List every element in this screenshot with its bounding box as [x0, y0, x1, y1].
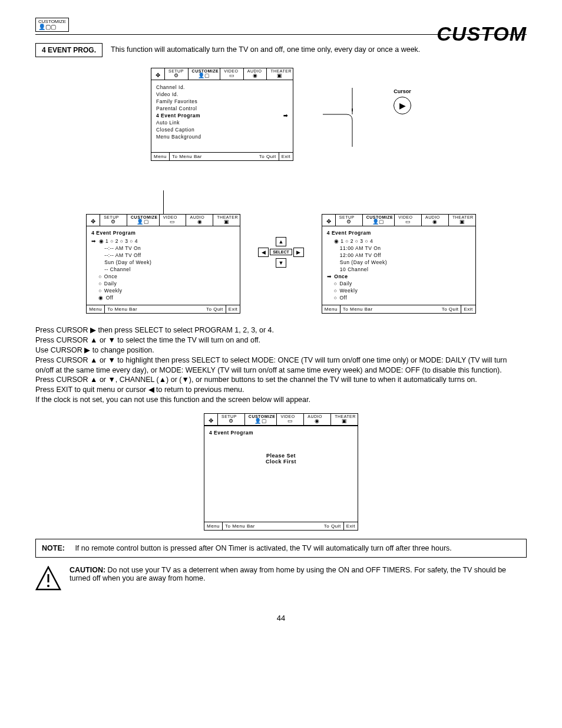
osd-body: 4 Event Program ◉ 1 ○ 2 ○ 3 ○ 4 11:00 AM…: [322, 226, 475, 305]
menu-item-selected: 4 Event Program ➡: [156, 112, 288, 119]
footer-menu: Menu: [87, 305, 105, 313]
osd-tab-theater: THEATER▣: [449, 215, 475, 226]
osd-tab-theater: THEATER▣: [267, 68, 293, 80]
instruction-line: Press EXIT to quit menu or cursor ◀ to r…: [35, 385, 527, 395]
footer-to-menu-bar: To Menu Bar: [105, 305, 140, 313]
osd-event-program-initial: ✥ SETUP⚙ CUSTOMIZE👤▢ VIDEO▭ AUDIO◉ THEAT…: [86, 214, 240, 314]
osd-subtitle: 4 Event Program: [209, 430, 353, 437]
clock-message-line: Please Set: [209, 453, 353, 459]
osd-tab-video: VIDEO▭: [395, 215, 422, 226]
menu-item: Menu Background: [156, 133, 288, 140]
menu-item: Family Favorites: [156, 98, 288, 105]
caution-block: CAUTION: Do not use your TV as a deterre…: [35, 566, 527, 596]
osd-tab-video: VIDEO▭: [220, 68, 244, 80]
footer-to-quit: To Quit: [204, 305, 226, 313]
instruction-line: If the clock is not set, you can not use…: [35, 395, 527, 405]
osd-tab-video: VIDEO▭: [160, 215, 187, 226]
osd-body: 4 Event Program ◉ 1 ○ 2 ○ 3 ○ 4 --:-- AM…: [87, 226, 240, 305]
connector-line: [323, 76, 364, 153]
dpad-left-icon: ◀: [258, 248, 269, 257]
tv-off-time: 12:00 AM TV Off: [327, 252, 471, 259]
program-selector-row: ◉ 1 ○ 2 ○ 3 ○ 4: [91, 238, 235, 245]
page-number: 44: [35, 614, 527, 622]
osd-tab-audio: AUDIO◉: [422, 215, 449, 226]
osd-tab-audio: AUDIO◉: [304, 414, 331, 425]
dpad-down-icon: ▼: [276, 258, 286, 268]
osd-tab-customize: CUSTOMIZE👤▢: [363, 215, 395, 226]
footer-menu: Menu: [204, 522, 223, 530]
footer-menu: Menu: [322, 305, 340, 313]
day-of-week: Sun (Day of Week): [327, 259, 471, 266]
osd-tab-joystick-icon: ✥: [87, 215, 100, 226]
caution-text: Do not use your TV as a deterrent when a…: [70, 566, 506, 582]
footer-to-quit: To Quit: [257, 153, 279, 160]
osd-tab-joystick-icon: ✥: [204, 414, 218, 425]
mode-weekly: Weekly: [327, 287, 471, 294]
customize-badge: CUSTOMIZE 👤▢▢: [35, 18, 69, 32]
osd-tab-joystick-icon: ✥: [151, 68, 165, 80]
osd-tab-theater: THEATER▣: [331, 414, 358, 425]
section-intro: This function will automatically turn th…: [111, 45, 420, 54]
menu-item: Auto Link: [156, 119, 288, 126]
mode-weekly: Weekly: [91, 287, 235, 294]
footer-menu: Menu: [151, 153, 170, 160]
connector-line: [163, 190, 164, 214]
tv-off-time: --:-- AM TV Off: [91, 252, 235, 259]
note-text: If no remote control button is pressed a…: [75, 544, 451, 552]
menu-item: Parental Control: [156, 105, 288, 112]
instruction-line: Use CURSOR ▶ to change position.: [35, 345, 527, 355]
caution-label: CAUTION:: [70, 566, 105, 574]
note-label: NOTE:: [42, 544, 65, 552]
select-dpad: ▲ ◀ SELECT ▶ ▼: [258, 237, 304, 268]
mode-off: Off: [327, 294, 471, 301]
dpad-up-icon: ▲: [276, 237, 286, 246]
mode-off: Off: [91, 294, 235, 301]
instruction-line: Press CURSOR ▲ or ▼ to highlight then pr…: [35, 355, 527, 375]
osd-tab-customize: CUSTOMIZE👤▢: [127, 215, 160, 226]
osd-tab-customize: CUSTOMIZE👤▢: [189, 68, 221, 80]
footer-to-quit: To Quit: [439, 305, 461, 313]
osd-subtitle: 4 Event Program: [327, 230, 471, 238]
osd-tab-customize: CUSTOMIZE👤▢: [245, 414, 277, 425]
osd-tab-setup: SETUP⚙: [165, 68, 189, 80]
arrow-right-icon: ➡: [283, 113, 289, 118]
osd-footer: Menu To Menu Bar To Quit Exit: [151, 152, 293, 160]
footer-exit: Exit: [226, 305, 240, 313]
clock-message: Please Set Clock First: [209, 453, 353, 465]
channel: -- Channel: [91, 266, 235, 273]
section-label: 4 EVENT PROG.: [35, 43, 103, 57]
menu-item: Channel Id.: [156, 84, 288, 91]
osd-tab-setup: SETUP⚙: [100, 215, 127, 226]
footer-to-quit: To Quit: [322, 522, 343, 530]
program-selector-row: ◉ 1 ○ 2 ○ 3 ○ 4: [327, 238, 471, 245]
clock-message-line: Clock First: [209, 459, 353, 465]
footer-exit: Exit: [279, 153, 293, 160]
mode-daily: Daily: [327, 280, 471, 287]
dpad-select-label: SELECT: [270, 249, 292, 255]
osd-clock-not-set: ✥ SETUP⚙ CUSTOMIZE👤▢ VIDEO▭ AUDIO◉ THEAT…: [204, 413, 358, 531]
osd-footer: Menu To Menu Bar To Quit Exit: [87, 305, 240, 313]
instructions-block: Press CURSOR ▶ then press SELECT to sele…: [35, 325, 527, 405]
footer-to-menu-bar: To Menu Bar: [223, 522, 257, 530]
osd-tab-setup: SETUP⚙: [218, 414, 245, 425]
mode-once: Once: [91, 273, 235, 280]
osd-tab-joystick-icon: ✥: [322, 215, 336, 226]
osd-tab-audio: AUDIO◉: [244, 68, 267, 80]
channel: 10 Channel: [327, 266, 471, 273]
customize-badge-icons: 👤▢▢: [38, 24, 56, 30]
footer-exit: Exit: [343, 522, 358, 530]
menu-item: Closed Caption: [156, 126, 288, 133]
dpad-right-icon: ▶: [293, 248, 304, 257]
menu-item-label: 4 Event Program: [156, 113, 200, 118]
osd-customize-menu: ✥ SETUP⚙ CUSTOMIZE👤▢ VIDEO▭ AUDIO◉ THEAT…: [151, 68, 293, 161]
osd-customize-body: Channel Id. Video Id. Family Favorites P…: [151, 80, 293, 152]
tv-on-time: 11:00 AM TV On: [327, 245, 471, 252]
cursor-right-icon: ▶: [394, 97, 411, 114]
footer-to-menu-bar: To Menu Bar: [170, 153, 204, 160]
osd-tab-setup: SETUP⚙: [336, 215, 363, 226]
osd-subtitle: 4 Event Program: [91, 230, 235, 238]
warning-icon: [35, 566, 61, 596]
day-of-week: Sun (Day of Week): [91, 259, 235, 266]
cursor-label: Cursor: [394, 88, 411, 94]
osd-footer: Menu To Menu Bar To Quit Exit: [322, 305, 475, 313]
